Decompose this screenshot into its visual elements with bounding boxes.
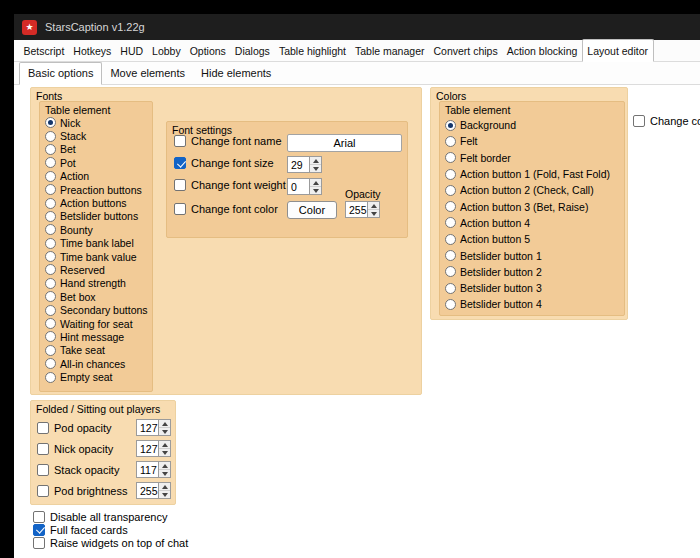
font-element-radio[interactable]: All-in chances	[45, 357, 151, 370]
font-element-radio[interactable]: Hand strength	[45, 277, 151, 290]
font-element-radio[interactable]: Hint message	[45, 330, 151, 343]
change-font-name-checkbox[interactable]	[174, 135, 186, 147]
radio-icon	[45, 358, 56, 369]
main-tab[interactable]: HUD	[116, 42, 148, 61]
font-name-field[interactable]: Arial	[287, 134, 402, 152]
color-element-radio[interactable]: Action button 1 (Fold, Fast Fold)	[445, 166, 624, 182]
spinner-value[interactable]: 255	[136, 482, 158, 499]
color-picker-button[interactable]: Color	[287, 201, 337, 219]
folded-value-spinner[interactable]: 255	[136, 482, 171, 499]
spinner-down-icon[interactable]	[159, 449, 170, 456]
font-element-radio[interactable]: Action	[45, 170, 151, 183]
spinner-up-icon[interactable]	[310, 179, 321, 187]
sub-tab[interactable]: Hide elements	[193, 63, 279, 84]
spinner-value[interactable]: 255	[345, 201, 367, 218]
main-tab[interactable]: Lobby	[148, 42, 186, 61]
misc-option-checkbox[interactable]	[33, 511, 45, 523]
color-element-radio[interactable]: Action button 2 (Check, Call)	[445, 182, 624, 198]
font-element-radio[interactable]: Nick	[45, 116, 151, 129]
spinner-value[interactable]: 0	[287, 178, 309, 195]
font-element-radio[interactable]: Take seat	[45, 344, 151, 357]
radio-icon	[445, 250, 456, 261]
font-element-radio[interactable]: Secondary buttons	[45, 303, 151, 316]
spinner-down-icon[interactable]	[310, 165, 321, 172]
font-element-radio[interactable]: Preaction buttons	[45, 183, 151, 196]
spinner-value[interactable]: 29	[287, 156, 309, 173]
spinner-down-icon[interactable]	[159, 428, 170, 435]
change-color-checkbox[interactable]	[633, 115, 645, 127]
font-element-radio[interactable]: Waiting for seat	[45, 317, 151, 330]
color-element-radio[interactable]: Betslider button 2	[445, 264, 624, 280]
radio-label: Pot	[60, 157, 76, 169]
folded-value-spinner[interactable]: 127	[136, 440, 171, 457]
opacity-spinner[interactable]: 255	[345, 201, 380, 218]
folded-option-checkbox[interactable]	[37, 443, 49, 455]
misc-option-checkbox[interactable]	[33, 524, 45, 536]
color-element-radio[interactable]: Action button 3 (Bet, Raise)	[445, 198, 624, 214]
spinner-up-icon[interactable]	[159, 420, 170, 428]
color-element-radio[interactable]: Action button 5	[445, 231, 624, 247]
main-tab[interactable]: Action blocking	[502, 42, 582, 61]
spinner-up-icon[interactable]	[159, 462, 170, 470]
change-font-weight-checkbox[interactable]	[174, 179, 186, 191]
color-element-radio[interactable]: Action button 4	[445, 215, 624, 231]
color-element-radio[interactable]: Betslider button 3	[445, 280, 624, 296]
radio-label: Preaction buttons	[60, 184, 142, 196]
app-window: ★ StarsCaption v1.22g Betscript Hotkeys …	[14, 14, 700, 558]
spinner-value[interactable]: 127	[136, 419, 158, 436]
spinner-up-icon[interactable]	[310, 157, 321, 165]
spinner-value[interactable]: 117	[136, 461, 158, 478]
folded-value-spinner[interactable]: 127	[136, 419, 171, 436]
folded-option-checkbox[interactable]	[37, 485, 49, 497]
change-font-size-label: Change font size	[191, 157, 274, 169]
change-font-color-checkbox[interactable]	[174, 203, 186, 215]
fonts-group: Fonts Table element Nick Stack	[30, 87, 422, 395]
color-element-radio[interactable]: Felt	[445, 133, 624, 149]
spinner-down-icon[interactable]	[310, 187, 321, 194]
folded-option-checkbox[interactable]	[37, 464, 49, 476]
spinner-up-icon[interactable]	[368, 202, 379, 210]
folded-option-row: Pod opacity 127	[37, 417, 171, 438]
spinner-up-icon[interactable]	[159, 483, 170, 491]
main-tab[interactable]: Layout editor	[582, 39, 654, 62]
color-element-radio[interactable]: Felt border	[445, 150, 624, 166]
folded-value-spinner[interactable]: 117	[136, 461, 171, 478]
font-element-radio[interactable]: Bet box	[45, 290, 151, 303]
font-weight-spinner[interactable]: 0	[287, 178, 322, 195]
spinner-buttons	[367, 201, 380, 218]
spinner-down-icon[interactable]	[159, 491, 170, 498]
spinner-down-icon[interactable]	[368, 210, 379, 217]
title-bar[interactable]: ★ StarsCaption v1.22g	[14, 14, 700, 40]
spinner-value[interactable]: 127	[136, 440, 158, 457]
main-tab[interactable]: Betscript	[19, 42, 69, 61]
font-element-radio[interactable]: Reserved	[45, 263, 151, 276]
misc-option-checkbox[interactable]	[33, 537, 45, 549]
color-element-radio[interactable]: Betslider button 4	[445, 296, 624, 312]
font-size-spinner[interactable]: 29	[287, 156, 322, 173]
font-element-radio[interactable]: Pot	[45, 156, 151, 169]
font-element-radio[interactable]: Stack	[45, 129, 151, 142]
font-element-radio[interactable]: Bet	[45, 143, 151, 156]
main-tab[interactable]: Table manager	[351, 42, 429, 61]
main-tab[interactable]: Hotkeys	[69, 42, 116, 61]
main-tab[interactable]: Convert chips	[429, 42, 502, 61]
sub-tab[interactable]: Move elements	[102, 63, 193, 84]
sub-tab[interactable]: Basic options	[19, 62, 102, 85]
spinner-up-icon[interactable]	[159, 441, 170, 449]
font-element-radio[interactable]: Bounty	[45, 223, 151, 236]
font-element-radio[interactable]: Empty seat	[45, 370, 151, 383]
folded-option-checkbox[interactable]	[37, 422, 49, 434]
color-element-radio[interactable]: Background	[445, 117, 624, 133]
change-font-size-checkbox[interactable]	[174, 157, 186, 169]
main-tab[interactable]: Options	[185, 42, 230, 61]
radio-icon	[45, 345, 56, 356]
spinner-down-icon[interactable]	[159, 470, 170, 477]
color-element-radio[interactable]: Betslider button 1	[445, 247, 624, 263]
radio-icon	[445, 283, 456, 294]
font-element-radio[interactable]: Time bank value	[45, 250, 151, 263]
main-tab[interactable]: Table highlight	[274, 42, 350, 61]
font-element-radio[interactable]: Betslider buttons	[45, 210, 151, 223]
main-tab[interactable]: Dialogs	[230, 42, 274, 61]
font-element-radio[interactable]: Time bank label	[45, 237, 151, 250]
font-element-radio[interactable]: Action buttons	[45, 196, 151, 209]
